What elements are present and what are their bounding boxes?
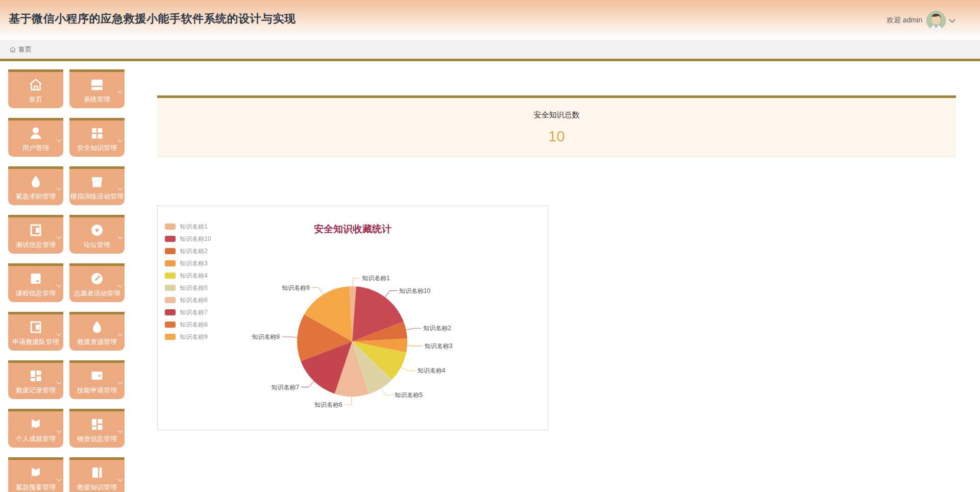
home-icon — [9, 46, 16, 53]
pie-label: 知识名称5 — [395, 391, 423, 399]
chevron-down-icon — [118, 137, 123, 142]
home-icon — [27, 76, 44, 95]
breadcrumb-home-label: 首页 — [18, 45, 32, 54]
chevron-down-icon — [118, 380, 123, 385]
sidebar-item-label: 测试信息管理 — [16, 240, 56, 250]
wallet-icon — [88, 367, 106, 386]
sidebar-item-label: 物资信息管理 — [77, 434, 117, 444]
sidebar-item-rescue-team-apply[interactable]: 申请救援队管理 — [8, 312, 63, 351]
sidebar-item-rescue-knowledge[interactable]: 救援知识管理 — [69, 457, 125, 492]
sidebar-item-label: 论坛管理 — [84, 240, 110, 250]
drop-icon — [27, 173, 44, 192]
sidebar-item-label: 课程信息管理 — [16, 289, 56, 298]
pie-label-line — [301, 381, 314, 387]
sidebar-item-label: 志愿者活动管理 — [74, 289, 120, 298]
blocks-icon — [88, 415, 106, 435]
chevron-down-icon — [57, 428, 62, 433]
sidebar-item-drill-activity[interactable]: 模拟演练活动管理 — [69, 166, 125, 205]
sidebar-item-rescue-record[interactable]: 救援记录管理 — [8, 360, 63, 399]
pie-label-line — [406, 328, 422, 330]
welcome-text: 欢迎 admin — [887, 16, 922, 25]
sidebar-item-label: 申请救援队管理 — [13, 337, 59, 347]
picture-icon — [27, 222, 44, 241]
chevron-down-icon — [118, 283, 123, 288]
pie-chart-card: 安全知识收藏统计 知识名称1知识名称10知识名称2知识名称3知识名称4知识名称5… — [157, 206, 548, 430]
app-title: 基于微信小程序的应急救援小能手软件系统的设计与实现 — [9, 11, 296, 27]
sidebar-item-label: 紧急求助管理 — [16, 192, 56, 201]
sidebar-item-label: 紧急预案管理 — [16, 483, 56, 492]
sidebar-item-supplies-info[interactable]: 物资信息管理 — [69, 409, 125, 448]
chevron-down-icon — [57, 331, 62, 336]
sidebar-item-safety-knowledge[interactable]: 安全知识管理 — [69, 118, 125, 157]
sidebar-item-forum[interactable]: 论坛管理 — [69, 215, 125, 254]
pie-label-line — [381, 388, 393, 396]
edit-icon — [88, 270, 106, 289]
blocks-icon — [27, 367, 44, 386]
sidebar-item-system[interactable]: 系统管理 — [69, 69, 125, 108]
sidebar-item-label: 安全知识管理 — [77, 143, 117, 153]
panel-icon — [88, 76, 106, 95]
sidebar-item-label: 系统管理 — [84, 95, 110, 104]
sidebar-item-emergency-plan[interactable]: 紧急预案管理 — [8, 457, 63, 492]
chevron-down-icon — [118, 89, 123, 94]
picture-icon — [27, 318, 44, 338]
chevron-down-icon — [57, 477, 62, 482]
sidebar-item-test-info[interactable]: 测试信息管理 — [8, 215, 63, 254]
user-menu[interactable]: 欢迎 admin — [887, 10, 954, 31]
sidebar-item-course-info[interactable]: 课程信息管理 — [8, 263, 63, 302]
pie-label: 知识名称4 — [418, 367, 446, 374]
stat-card-title: 安全知识总数 — [157, 110, 956, 120]
notebook-icon — [27, 270, 44, 289]
breadcrumb-bar: 首页 — [0, 40, 980, 59]
chevron-down-icon — [57, 234, 62, 239]
stat-card: 安全知识总数 10 — [157, 95, 956, 157]
breadcrumb[interactable]: 首页 — [9, 45, 32, 54]
pie-label-line — [282, 337, 298, 337]
user-icon — [27, 125, 44, 144]
pie-chart[interactable]: 知识名称1知识名称10知识名称2知识名称3知识名称4知识名称5知识名称6知识名称… — [158, 206, 548, 430]
grid-icon — [88, 125, 106, 144]
coin-icon — [88, 222, 106, 241]
sidebar-item-label: 救援资源管理 — [77, 337, 117, 347]
pie-label: 知识名称10 — [399, 287, 431, 294]
sidebar-item-label: 首页 — [29, 95, 42, 104]
chevron-down-icon — [57, 137, 62, 142]
sidebar-item-label: 救援知识管理 — [77, 483, 117, 492]
sidebar-item-label: 用户管理 — [22, 143, 49, 153]
pie-label: 知识名称8 — [252, 333, 280, 340]
stat-card-value: 10 — [157, 128, 956, 145]
pie-label-line — [401, 367, 415, 371]
shop-icon — [88, 173, 106, 192]
pie-label: 知识名称1 — [362, 275, 390, 282]
app-header: 基于微信小程序的应急救援小能手软件系统的设计与实现 欢迎 admin — [0, 0, 980, 40]
sidebar-item-achievement[interactable]: 个人成就管理 — [8, 409, 63, 448]
columns-icon — [88, 464, 106, 483]
chevron-down-icon — [118, 477, 123, 482]
chevron-down-icon — [118, 234, 123, 239]
flag-icon — [27, 464, 44, 483]
drop-icon — [88, 318, 106, 338]
chevron-down-icon — [118, 186, 123, 191]
pie-label: 知识名称6 — [314, 401, 342, 408]
divider — [0, 59, 980, 61]
sidebar-item-volunteer-activity[interactable]: 志愿者活动管理 — [69, 263, 125, 302]
pie-label: 知识名称9 — [282, 284, 310, 291]
pie-label: 知识名称7 — [272, 384, 300, 391]
sidebar-item-label: 个人成就管理 — [16, 434, 56, 444]
pie-label-line — [385, 291, 397, 298]
avatar[interactable] — [926, 11, 946, 30]
sidebar-item-rescue-resource[interactable]: 救援资源管理 — [69, 312, 125, 351]
chevron-down-icon — [57, 380, 62, 385]
chevron-down-icon[interactable] — [949, 16, 955, 23]
sidebar-item-label: 技能申请管理 — [77, 386, 117, 395]
pie-label: 知识名称2 — [423, 325, 451, 332]
sidebar-item-emergency-help[interactable]: 紧急求助管理 — [8, 166, 63, 205]
pie-label-line — [312, 288, 324, 296]
sidebar-item-users[interactable]: 用户管理 — [8, 118, 63, 157]
flag-icon — [27, 415, 44, 435]
pie-label-line — [353, 278, 360, 287]
sidebar-item-label: 模拟演练活动管理 — [70, 192, 124, 201]
sidebar-item-home[interactable]: 首页 — [8, 69, 63, 108]
chevron-down-icon — [118, 331, 123, 336]
sidebar-item-skill-apply[interactable]: 技能申请管理 — [69, 360, 125, 399]
